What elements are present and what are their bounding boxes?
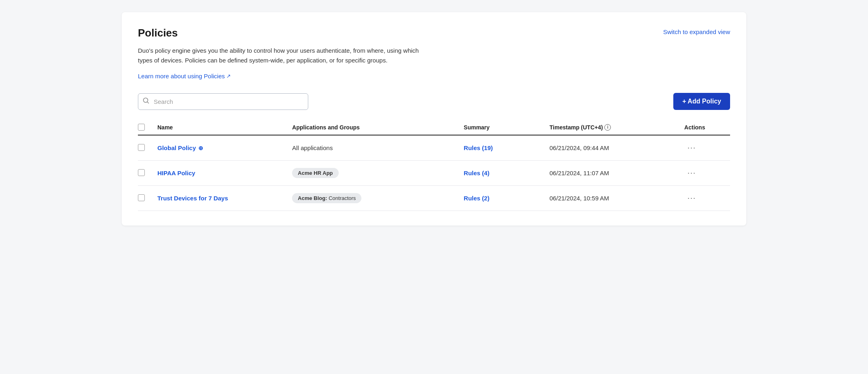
actions-cell-hipaa: ···	[681, 161, 730, 186]
external-link-icon: ↗	[226, 73, 231, 79]
global-policy-icon: ⊕	[198, 145, 203, 151]
table-row: Global Policy ⊕ All applications Rules (…	[138, 135, 730, 161]
hipaa-policy-name: HIPAA Policy	[157, 170, 195, 176]
switch-expanded-link[interactable]: Switch to expanded view	[663, 28, 730, 35]
search-icon	[143, 97, 149, 105]
timestamp-cell-global: 06/21/2024, 09:44 AM	[546, 135, 681, 161]
header-timestamp: Timestamp (UTC+4) i	[546, 120, 681, 135]
row-checkbox-cell	[138, 135, 154, 161]
policy-link-global[interactable]: Global Policy ⊕	[157, 144, 203, 151]
toolbar: + Add Policy	[138, 93, 730, 110]
select-all-checkbox[interactable]	[138, 124, 145, 131]
table-body: Global Policy ⊕ All applications Rules (…	[138, 135, 730, 211]
page-description: Duo's policy engine gives you the abilit…	[138, 46, 422, 65]
table-header: Name Applications and Groups Summary Tim…	[138, 120, 730, 135]
learn-more-label: Learn more about using Policies	[138, 73, 225, 80]
policy-name-cell: HIPAA Policy	[154, 161, 289, 186]
apps-cell-global: All applications	[289, 135, 460, 161]
summary-cell-global: Rules (19)	[460, 135, 546, 161]
rules-link-hipaa[interactable]: Rules (4)	[464, 170, 489, 176]
header-row: Policies Switch to expanded view	[138, 27, 730, 39]
table-row: Trust Devices for 7 Days Acme Blog: Cont…	[138, 186, 730, 211]
actions-cell-global: ···	[681, 135, 730, 161]
row-checkbox-1[interactable]	[138, 144, 145, 151]
svg-line-1	[147, 102, 148, 103]
policy-name-cell: Global Policy ⊕	[154, 135, 289, 161]
add-policy-button[interactable]: + Add Policy	[673, 93, 730, 110]
app-tag-normal-trust: Contractors	[327, 195, 356, 201]
timestamp-cell-hipaa: 06/21/2024, 11:07 AM	[546, 161, 681, 186]
header-apps-groups: Applications and Groups	[289, 120, 460, 135]
app-tag-trust: Acme Blog: Contractors	[292, 193, 361, 203]
row-checkbox-cell	[138, 161, 154, 186]
search-input[interactable]	[138, 93, 308, 110]
actions-cell-trust: ···	[681, 186, 730, 211]
header-checkbox-cell	[138, 120, 154, 135]
apps-cell-hipaa: Acme HR App	[289, 161, 460, 186]
summary-cell-trust: Rules (2)	[460, 186, 546, 211]
row-checkbox-3[interactable]	[138, 194, 145, 201]
actions-menu-button-global[interactable]: ···	[684, 142, 699, 154]
page-title-area: Policies	[138, 27, 178, 39]
global-policy-name: Global Policy	[157, 144, 196, 151]
timestamp-info-icon[interactable]: i	[604, 124, 611, 131]
apps-cell-trust: Acme Blog: Contractors	[289, 186, 460, 211]
search-wrapper	[138, 93, 308, 110]
table-row: HIPAA Policy Acme HR App Rules (4) 06/21…	[138, 161, 730, 186]
rules-link-trust[interactable]: Rules (2)	[464, 195, 489, 202]
actions-menu-button-hipaa[interactable]: ···	[684, 167, 699, 179]
global-apps-text: All applications	[292, 144, 333, 151]
actions-menu-button-trust[interactable]: ···	[684, 192, 699, 204]
policies-table: Name Applications and Groups Summary Tim…	[138, 120, 730, 211]
app-tag-bold-hipaa: Acme HR App	[298, 170, 333, 176]
rules-link-global[interactable]: Rules (19)	[464, 144, 493, 151]
summary-cell-hipaa: Rules (4)	[460, 161, 546, 186]
policy-link-hipaa[interactable]: HIPAA Policy	[157, 170, 195, 176]
policy-link-trust[interactable]: Trust Devices for 7 Days	[157, 195, 228, 202]
page-title: Policies	[138, 27, 178, 39]
header-name: Name	[154, 120, 289, 135]
row-checkbox-2[interactable]	[138, 169, 145, 176]
timestamp-cell-trust: 06/21/2024, 10:59 AM	[546, 186, 681, 211]
row-checkbox-cell	[138, 186, 154, 211]
header-actions: Actions	[681, 120, 730, 135]
app-tag-bold-trust: Acme Blog:	[298, 195, 327, 201]
policies-page: Policies Switch to expanded view Duo's p…	[122, 12, 746, 226]
policy-name-cell: Trust Devices for 7 Days	[154, 186, 289, 211]
header-summary: Summary	[460, 120, 546, 135]
trust-policy-name: Trust Devices for 7 Days	[157, 195, 228, 202]
learn-more-link[interactable]: Learn more about using Policies ↗	[138, 73, 231, 80]
app-tag-hipaa: Acme HR App	[292, 168, 338, 178]
